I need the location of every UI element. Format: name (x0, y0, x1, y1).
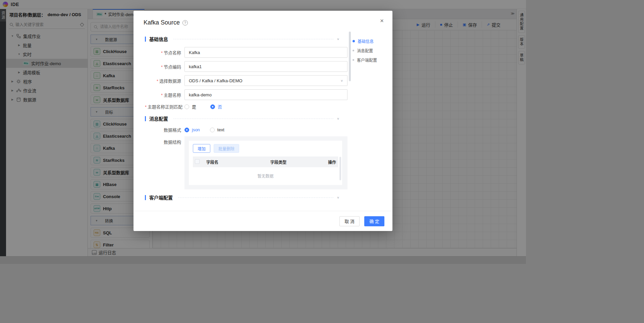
dialog-scrollbar[interactable] (349, 32, 351, 81)
anchor-client-config[interactable]: 客户端配置 (353, 57, 377, 63)
field-datasource: *选择数据源 ODS / Kafka / Kafka-DEMO (145, 75, 392, 86)
field-data-format: 数据格式 json text (145, 127, 392, 133)
desktop-background: IDE 资源 项目名称/数据层： demo-dev / ODS (0, 0, 644, 323)
chevron-down-icon[interactable] (337, 196, 339, 199)
section-client-config[interactable]: 客户端配置 (145, 193, 339, 202)
dialog-body: 基础信息 *节点名称 *节点编码 *选择数据源 ODS / Kafka / Ka… (133, 30, 392, 211)
data-structure-panel: 增加 批量删除 字段名 字段类型 操作 暂无数据 (184, 136, 347, 189)
field-topic-regex: *主题名称正则匹配 是 否 (145, 103, 392, 110)
dialog-title: Kafka Source (144, 19, 180, 26)
anchor-nav: 基础信息 消息配置 客户端配置 (353, 38, 377, 63)
cancel-button[interactable]: 取 消 (339, 216, 360, 226)
ide-window: IDE 资源 项目名称/数据层： demo-dev / ODS (0, 0, 526, 264)
topic-name-input[interactable] (184, 89, 347, 100)
batch-delete-button[interactable]: 批量删除 (214, 144, 239, 153)
dialog-header: Kafka Source (133, 11, 392, 30)
section-basic-info[interactable]: 基础信息 (145, 34, 339, 44)
help-icon[interactable] (182, 20, 188, 26)
chevron-down-icon[interactable] (337, 37, 339, 41)
field-data-structure: 数据结构 增加 批量删除 字段名 字段类型 操作 (145, 136, 392, 189)
select-all-checkbox[interactable] (195, 159, 200, 164)
anchor-basic-info[interactable]: 基础信息 (353, 38, 377, 44)
radio-topic-regex-no[interactable]: 否 (210, 103, 222, 110)
datasource-select[interactable]: ODS / Kafka / Kafka-DEMO (184, 75, 347, 86)
dialog-footer: 取 消 确 定 (133, 211, 392, 231)
dialog-close-icon[interactable] (380, 17, 384, 24)
table-scrollbar[interactable] (339, 157, 341, 180)
field-topic-name: *主题名称 (145, 89, 392, 100)
section-message-config[interactable]: 消息配置 (145, 114, 339, 123)
add-field-button[interactable]: 增加 (193, 144, 210, 153)
radio-topic-regex-yes[interactable]: 是 (184, 103, 196, 110)
fields-table-header: 字段名 字段类型 操作 (193, 156, 338, 167)
empty-table-placeholder: 暂无数据 (193, 167, 338, 184)
anchor-message-config[interactable]: 消息配置 (353, 48, 377, 53)
radio-format-text[interactable]: text (210, 127, 224, 132)
confirm-button[interactable]: 确 定 (364, 216, 384, 226)
node-name-input[interactable] (184, 47, 347, 58)
radio-format-json[interactable]: json (184, 127, 200, 132)
chevron-down-icon[interactable] (337, 117, 339, 120)
kafka-source-dialog: Kafka Source 基础信息 *节点名称 *节点编码 (133, 11, 392, 231)
chevron-down-icon (340, 79, 343, 82)
node-code-input[interactable] (184, 61, 347, 72)
